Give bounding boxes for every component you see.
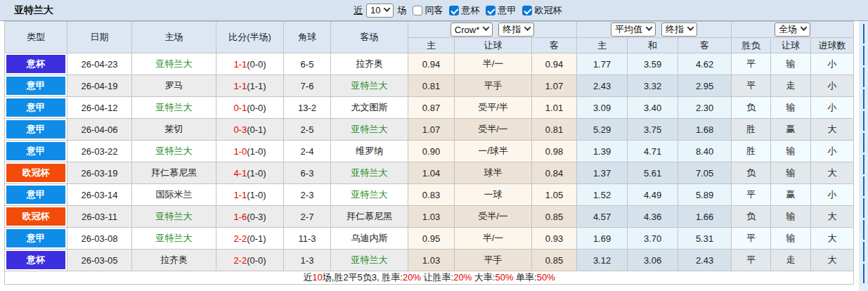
- col-home: 主场: [132, 22, 216, 53]
- league-badge: 意杯: [6, 251, 65, 269]
- corner-count: 2-3: [284, 184, 331, 206]
- result-wdl: 平: [732, 75, 771, 97]
- away-team: 亚特兰大: [331, 162, 408, 184]
- team-title: 亚特兰大: [14, 4, 53, 17]
- away-team: 亚特兰大: [331, 75, 408, 97]
- score-cell: 1-1(1-0): [216, 184, 284, 206]
- league-badge: 意甲: [6, 120, 65, 138]
- crown-handicap: 受平/半: [455, 97, 532, 119]
- result-goals: 大: [811, 119, 854, 141]
- score-cell: 1-1(0-0): [216, 53, 284, 75]
- crown-away-odds: 0.93: [532, 228, 577, 250]
- fulltime-score: 1-0: [233, 146, 247, 157]
- result-goals: 大: [811, 250, 854, 271]
- league-cell: 意甲: [5, 119, 67, 141]
- result-goals: 大: [811, 228, 854, 250]
- table-header: 类型 日期 主场 比分(半场) 角球 客场 Crow* 终指: [5, 22, 854, 53]
- fulltime-score: 2-2: [233, 255, 247, 266]
- ucl-label[interactable]: 欧冠杯: [534, 4, 562, 17]
- summary-text: 场,胜2平5负3, 胜率:: [323, 272, 403, 283]
- chevron-down-icon: [646, 24, 653, 31]
- halftime-score: (1-0): [247, 168, 266, 179]
- recent-link[interactable]: 近: [354, 4, 363, 17]
- home-team-name: 亚特兰大: [156, 146, 193, 156]
- same-venue-label[interactable]: 同客: [425, 4, 443, 17]
- crown-odds-group: Crow* 终指: [408, 22, 577, 38]
- crown-handicap: 平手: [455, 75, 532, 97]
- league-cell: 意甲: [5, 141, 67, 162]
- match-count-value: 10: [370, 5, 380, 15]
- fulltime-score: 1-6: [233, 212, 247, 222]
- result-wdl: 胜: [732, 141, 771, 162]
- away-team-name: 亚特兰大: [351, 254, 388, 265]
- away-team: 亚特兰大: [331, 250, 408, 271]
- games-label: 场: [397, 4, 406, 17]
- avg-away-odds: 2.30: [678, 97, 732, 119]
- summary-text: 50%: [495, 272, 513, 283]
- match-date: 26-03-14: [67, 184, 132, 206]
- scope-select[interactable]: 全场: [775, 22, 810, 37]
- table-row: 欧冠杯 26-03-11 亚特兰大 1-6(0-3) 2-7 拜仁慕尼黑 1.0…: [5, 206, 854, 228]
- fulltime-score: 1-1: [233, 59, 247, 70]
- ucl-checkbox[interactable]: [522, 6, 532, 15]
- home-team-name: 亚特兰大: [156, 102, 193, 112]
- result-handicap: 赢: [771, 119, 811, 141]
- col-away: 客场: [331, 22, 408, 53]
- serie-a-checkbox[interactable]: [486, 6, 495, 15]
- crown-away-odds: 0.85: [532, 250, 577, 271]
- away-team: 亚特兰大: [331, 119, 408, 141]
- league-cell: 意甲: [5, 75, 67, 97]
- match-table: 类型 日期 主场 比分(半场) 角球 客场 Crow* 终指: [4, 21, 854, 285]
- result-handicap: 输: [771, 162, 811, 184]
- halftime-score: (0-3): [247, 212, 266, 222]
- score-cell: 1-1(1-1): [216, 75, 284, 97]
- subcol-result-goals: 进球数: [811, 38, 854, 53]
- avg-away-odds: 4.62: [678, 53, 732, 75]
- crown-handicap: 球半: [455, 162, 532, 184]
- avg-away-odds: 1.68: [678, 119, 732, 141]
- match-date: 26-03-11: [67, 206, 132, 228]
- away-team-name: 亚特兰大: [351, 189, 388, 200]
- result-goals: 小: [811, 53, 854, 75]
- avg-draw-odds: 4.36: [628, 206, 678, 228]
- crown-handicap: 半/一: [455, 228, 532, 250]
- league-badge: 意甲: [6, 98, 65, 117]
- avg-away-odds: 2.43: [678, 250, 732, 271]
- fulltime-score: 2-2: [233, 233, 247, 244]
- italy-cup-label[interactable]: 意杯: [461, 4, 479, 17]
- fulltime-score: 0-3: [233, 124, 247, 135]
- same-venue-checkbox[interactable]: [413, 6, 422, 15]
- odds-time-select[interactable]: 终指: [498, 22, 534, 37]
- avg-draw-odds: 4.71: [628, 141, 678, 162]
- fulltime-score: 1-1: [233, 190, 247, 200]
- chevron-down-icon: [524, 24, 531, 31]
- halftime-score: (1-1): [247, 81, 266, 91]
- league-cell: 欧冠杯: [5, 162, 67, 184]
- corner-count: 1-3: [284, 250, 331, 271]
- summary-text: 单率:: [513, 272, 536, 283]
- average-time-select[interactable]: 终指: [661, 22, 697, 37]
- italy-cup-checkbox[interactable]: [449, 6, 459, 15]
- top-bar: 亚特兰大 近 10 场 同客 意杯 意甲 欧冠杯: [0, 0, 868, 21]
- subcol-crown-home: 主: [408, 38, 455, 53]
- home-team: 拉齐奥: [132, 250, 216, 271]
- league-cell: 意杯: [5, 53, 67, 75]
- home-team-name: 莱切: [165, 124, 183, 134]
- home-team: 亚特兰大: [132, 97, 216, 119]
- match-date: 26-04-06: [67, 119, 132, 141]
- avg-home-odds: 1.77: [577, 53, 628, 75]
- table-row: 欧冠杯 26-03-19 拜仁慕尼黑 4-1(1-0) 6-3 亚特兰大 1.0…: [5, 162, 854, 184]
- avg-away-odds: 5.89: [678, 184, 732, 206]
- crown-home-odds: 1.03: [408, 250, 455, 271]
- result-wdl: 平: [732, 250, 771, 271]
- average-select[interactable]: 平均值: [611, 22, 656, 37]
- halftime-score: (0-0): [247, 255, 266, 266]
- result-handicap: 输: [771, 141, 811, 162]
- odds-source-select[interactable]: Crow*: [451, 22, 493, 37]
- result-goals: 大: [811, 206, 854, 228]
- match-count-select[interactable]: 10: [366, 4, 394, 18]
- home-team: 莱切: [132, 119, 216, 141]
- serie-a-label[interactable]: 意甲: [498, 4, 516, 17]
- match-date: 26-03-19: [67, 162, 132, 184]
- chevron-down-icon: [687, 24, 694, 31]
